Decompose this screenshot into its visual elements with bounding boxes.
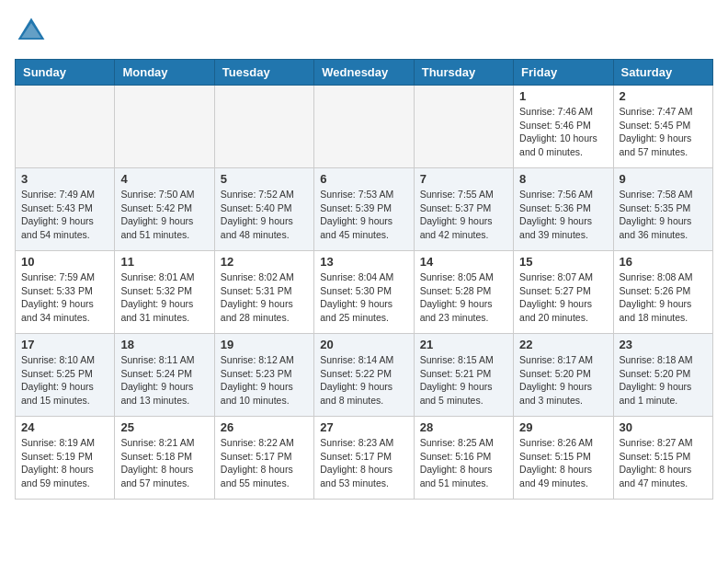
weekday-header-cell: Sunday [16, 60, 115, 86]
weekday-header-cell: Wednesday [314, 60, 414, 86]
calendar-cell: 26Sunrise: 8:22 AM Sunset: 5:17 PM Dayli… [214, 417, 313, 500]
calendar-cell: 4Sunrise: 7:50 AM Sunset: 5:42 PM Daylig… [115, 168, 214, 251]
day-info: Sunrise: 8:25 AM Sunset: 5:16 PM Dayligh… [420, 436, 507, 490]
calendar-body: 1Sunrise: 7:46 AM Sunset: 5:46 PM Daylig… [16, 86, 713, 500]
calendar-week-row: 17Sunrise: 8:10 AM Sunset: 5:25 PM Dayli… [16, 334, 713, 417]
day-number: 18 [120, 338, 208, 351]
day-number: 7 [420, 172, 507, 186]
day-info: Sunrise: 7:46 AM Sunset: 5:46 PM Dayligh… [519, 105, 607, 159]
calendar-cell: 5Sunrise: 7:52 AM Sunset: 5:40 PM Daylig… [214, 168, 313, 251]
calendar-week-row: 3Sunrise: 7:49 AM Sunset: 5:43 PM Daylig… [16, 168, 713, 251]
calendar-cell: 6Sunrise: 7:53 AM Sunset: 5:39 PM Daylig… [314, 168, 414, 251]
day-info: Sunrise: 7:55 AM Sunset: 5:37 PM Dayligh… [420, 188, 507, 242]
day-number: 19 [221, 338, 308, 351]
calendar-cell: 1Sunrise: 7:46 AM Sunset: 5:46 PM Daylig… [514, 86, 613, 168]
weekday-header: SundayMondayTuesdayWednesdayThursdayFrid… [16, 60, 713, 86]
day-info: Sunrise: 7:52 AM Sunset: 5:40 PM Dayligh… [221, 188, 308, 242]
day-number: 25 [120, 420, 208, 434]
day-info: Sunrise: 7:49 AM Sunset: 5:43 PM Dayligh… [21, 188, 108, 242]
day-number: 12 [221, 255, 308, 269]
calendar-cell: 24Sunrise: 8:19 AM Sunset: 5:19 PM Dayli… [16, 417, 115, 500]
calendar-cell: 29Sunrise: 8:26 AM Sunset: 5:15 PM Dayli… [514, 417, 613, 500]
day-info: Sunrise: 8:23 AM Sunset: 5:17 PM Dayligh… [320, 436, 407, 490]
calendar-cell: 22Sunrise: 8:17 AM Sunset: 5:20 PM Dayli… [514, 334, 613, 417]
calendar-cell: 3Sunrise: 7:49 AM Sunset: 5:43 PM Daylig… [16, 168, 115, 251]
day-number: 6 [320, 172, 407, 186]
day-info: Sunrise: 7:53 AM Sunset: 5:39 PM Dayligh… [320, 188, 407, 242]
day-info: Sunrise: 8:10 AM Sunset: 5:25 PM Dayligh… [21, 353, 108, 408]
day-info: Sunrise: 7:47 AM Sunset: 5:45 PM Dayligh… [620, 105, 707, 159]
day-info: Sunrise: 8:26 AM Sunset: 5:15 PM Dayligh… [519, 436, 607, 490]
calendar-cell: 2Sunrise: 7:47 AM Sunset: 5:45 PM Daylig… [613, 86, 712, 168]
day-number: 1 [519, 89, 607, 103]
day-number: 10 [21, 255, 108, 269]
day-info: Sunrise: 8:02 AM Sunset: 5:31 PM Dayligh… [221, 270, 308, 325]
day-info: Sunrise: 8:15 AM Sunset: 5:21 PM Dayligh… [420, 353, 507, 408]
calendar-cell: 14Sunrise: 8:05 AM Sunset: 5:28 PM Dayli… [414, 251, 513, 334]
calendar-cell: 18Sunrise: 8:11 AM Sunset: 5:24 PM Dayli… [115, 334, 214, 417]
calendar-week-row: 1Sunrise: 7:46 AM Sunset: 5:46 PM Daylig… [16, 86, 713, 168]
day-info: Sunrise: 8:21 AM Sunset: 5:18 PM Dayligh… [120, 436, 208, 490]
day-info: Sunrise: 8:19 AM Sunset: 5:19 PM Dayligh… [21, 436, 108, 490]
calendar-cell: 9Sunrise: 7:58 AM Sunset: 5:35 PM Daylig… [613, 168, 712, 251]
weekday-header-cell: Friday [514, 60, 613, 86]
calendar-cell [16, 86, 115, 168]
day-info: Sunrise: 8:11 AM Sunset: 5:24 PM Dayligh… [120, 353, 208, 408]
logo [15, 15, 51, 48]
calendar-cell: 10Sunrise: 7:59 AM Sunset: 5:33 PM Dayli… [16, 251, 115, 334]
calendar-cell [414, 86, 513, 168]
header [15, 15, 713, 48]
day-info: Sunrise: 8:22 AM Sunset: 5:17 PM Dayligh… [221, 436, 308, 490]
calendar-cell: 27Sunrise: 8:23 AM Sunset: 5:17 PM Dayli… [314, 417, 414, 500]
day-number: 20 [320, 338, 407, 351]
day-number: 23 [620, 338, 707, 351]
day-number: 2 [620, 89, 707, 103]
day-number: 17 [21, 338, 108, 351]
day-info: Sunrise: 7:56 AM Sunset: 5:36 PM Dayligh… [519, 188, 607, 242]
calendar-cell: 17Sunrise: 8:10 AM Sunset: 5:25 PM Dayli… [16, 334, 115, 417]
calendar-cell [214, 86, 313, 168]
day-number: 15 [519, 255, 607, 269]
day-info: Sunrise: 8:14 AM Sunset: 5:22 PM Dayligh… [320, 353, 407, 408]
calendar-week-row: 10Sunrise: 7:59 AM Sunset: 5:33 PM Dayli… [16, 251, 713, 334]
day-number: 4 [120, 172, 208, 186]
day-number: 13 [320, 255, 407, 269]
calendar-cell: 25Sunrise: 8:21 AM Sunset: 5:18 PM Dayli… [115, 417, 214, 500]
calendar-cell: 23Sunrise: 8:18 AM Sunset: 5:20 PM Dayli… [613, 334, 712, 417]
calendar-cell: 16Sunrise: 8:08 AM Sunset: 5:26 PM Dayli… [613, 251, 712, 334]
calendar-cell: 19Sunrise: 8:12 AM Sunset: 5:23 PM Dayli… [214, 334, 313, 417]
day-info: Sunrise: 7:59 AM Sunset: 5:33 PM Dayligh… [21, 270, 108, 325]
day-number: 30 [620, 420, 707, 434]
calendar-cell: 13Sunrise: 8:04 AM Sunset: 5:30 PM Dayli… [314, 251, 414, 334]
day-info: Sunrise: 8:07 AM Sunset: 5:27 PM Dayligh… [519, 270, 607, 325]
calendar-cell [115, 86, 214, 168]
day-number: 24 [21, 420, 108, 434]
weekday-header-cell: Tuesday [214, 60, 313, 86]
day-number: 26 [221, 420, 308, 434]
calendar-cell: 20Sunrise: 8:14 AM Sunset: 5:22 PM Dayli… [314, 334, 414, 417]
day-number: 28 [420, 420, 507, 434]
day-info: Sunrise: 7:50 AM Sunset: 5:42 PM Dayligh… [120, 188, 208, 242]
day-number: 11 [120, 255, 208, 269]
calendar-cell [314, 86, 414, 168]
day-info: Sunrise: 8:01 AM Sunset: 5:32 PM Dayligh… [120, 270, 208, 325]
weekday-header-cell: Monday [115, 60, 214, 86]
day-number: 3 [21, 172, 108, 186]
calendar-cell: 21Sunrise: 8:15 AM Sunset: 5:21 PM Dayli… [414, 334, 513, 417]
calendar-cell: 8Sunrise: 7:56 AM Sunset: 5:36 PM Daylig… [514, 168, 613, 251]
day-number: 16 [620, 255, 707, 269]
day-info: Sunrise: 8:18 AM Sunset: 5:20 PM Dayligh… [620, 353, 707, 408]
day-number: 22 [519, 338, 607, 351]
day-info: Sunrise: 7:58 AM Sunset: 5:35 PM Dayligh… [620, 188, 707, 242]
day-number: 5 [221, 172, 308, 186]
day-number: 21 [420, 338, 507, 351]
calendar-cell: 11Sunrise: 8:01 AM Sunset: 5:32 PM Dayli… [115, 251, 214, 334]
day-info: Sunrise: 8:12 AM Sunset: 5:23 PM Dayligh… [221, 353, 308, 408]
calendar-cell: 30Sunrise: 8:27 AM Sunset: 5:15 PM Dayli… [613, 417, 712, 500]
day-info: Sunrise: 8:27 AM Sunset: 5:15 PM Dayligh… [620, 436, 707, 490]
calendar-cell: 15Sunrise: 8:07 AM Sunset: 5:27 PM Dayli… [514, 251, 613, 334]
day-info: Sunrise: 8:05 AM Sunset: 5:28 PM Dayligh… [420, 270, 507, 325]
weekday-header-cell: Thursday [414, 60, 513, 86]
logo-icon [15, 15, 48, 48]
calendar: SundayMondayTuesdayWednesdayThursdayFrid… [15, 59, 713, 500]
